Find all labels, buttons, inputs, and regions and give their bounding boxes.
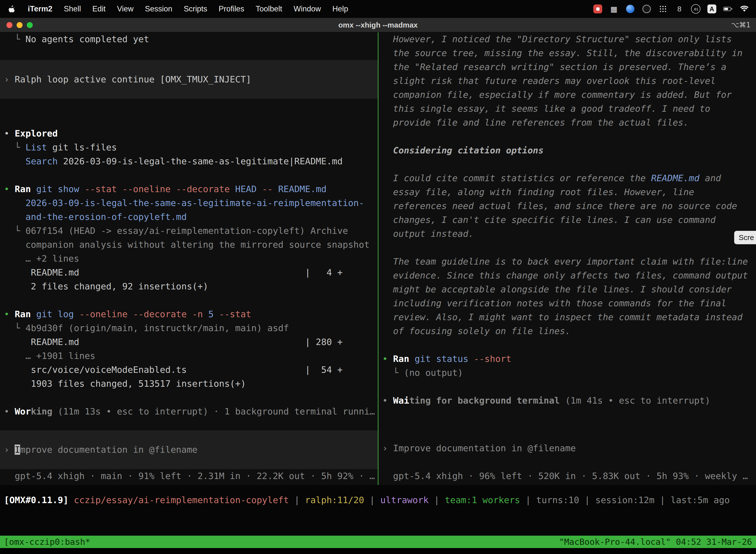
macos-menu-bar: iTerm2 ShellEditViewSessionScriptsProfil… (0, 0, 756, 18)
terminal-line: • Ran git log --oneline --decorate -n 5 … (0, 307, 378, 321)
omx-status-segment: ralph:11/20 (305, 495, 364, 505)
text-segment: HEAD (235, 184, 262, 194)
omx-status-segment: [OMX#0.11.9] (4, 495, 74, 505)
menu-item-edit[interactable]: Edit (92, 4, 106, 13)
omx-status-segment: team:1 workers (445, 495, 520, 505)
text-segment: 067f154 (HEAD -> essay/ai-reimplementati… (25, 226, 348, 236)
menu-item-toolbelt[interactable]: Toolbelt (256, 4, 282, 13)
text-segment: › (4, 74, 15, 85)
terminal-line (0, 293, 378, 307)
text-segment: └ (382, 368, 404, 378)
terminal-line: review. Also, I might want to inspect th… (378, 310, 756, 324)
text-segment: provide file and line references from th… (382, 117, 689, 127)
left-pane[interactable]: └ No agents completed yet › Ralph loop a… (0, 32, 378, 485)
text-segment: --oneline --decorate (79, 309, 192, 319)
bottom-filler (0, 515, 756, 536)
terminal-line: output instead. (378, 227, 756, 241)
terminal-line: • Ran git status --short (378, 352, 756, 366)
text-segment: git log (36, 309, 79, 319)
tmux-session-label: [omx-cczip0:bash* (4, 537, 90, 547)
text-segment: gpt-5.4 xhigh · main · 91% left · 2.31M … (4, 471, 375, 481)
screen-recording-indicator-icon[interactable] (593, 4, 602, 13)
disc-glyph (642, 5, 651, 13)
menu-item-help[interactable]: Help (332, 4, 348, 13)
model-status-line: gpt-5.4 xhigh · 96% left · 520K in · 5.8… (378, 469, 756, 483)
omx-status-segment: | (654, 495, 671, 505)
menu-items: ShellEditViewSessionScriptsProfilesToolb… (64, 4, 348, 13)
window-controls (0, 22, 33, 28)
minimize-window-button[interactable] (17, 22, 22, 28)
zoom-window-button[interactable] (27, 22, 33, 28)
wifi-icon[interactable] (740, 4, 749, 14)
text-segment: git ls-files (47, 142, 117, 152)
tmux-host-clock: "MacBook-Pro-44.local" 04:52 31-Mar-26 (559, 537, 752, 547)
text-segment: README.md (278, 184, 326, 194)
terminal-line (0, 113, 378, 126)
dots-grid-icon[interactable] (658, 4, 668, 14)
terminal-line (0, 391, 378, 404)
text-segment: companion file, especially if more comme… (382, 90, 732, 100)
menu-item-profiles[interactable]: Profiles (218, 4, 244, 13)
text-segment: references need actual files, and since … (382, 201, 737, 211)
browser-app-icon[interactable] (626, 4, 635, 14)
battery-percent-badge[interactable]: .61 (691, 4, 700, 14)
right-pane[interactable]: However, I noticed the "Directory Struct… (378, 32, 756, 485)
terminal-line (378, 129, 756, 144)
terminal-line: 2 files changed, 92 insertions(+) (0, 279, 378, 293)
terminal-line: might be acceptable alongside the file l… (378, 282, 756, 296)
text-segment: (11m 13s • esc to interrupt) · 1 backgro… (58, 406, 375, 417)
input-source-icon[interactable]: A (707, 4, 716, 13)
text-segment: • (382, 395, 393, 405)
grid-app-icon[interactable]: ▦ (609, 4, 619, 14)
text-segment: king (31, 406, 58, 417)
menu-item-view[interactable]: View (117, 4, 134, 13)
omx-status-segment: | (289, 495, 305, 505)
terminal-line: and-the-erosion-of-copyleft.md (0, 210, 378, 224)
terminal-line (0, 168, 378, 182)
omx-status-segment: ultrawork (380, 495, 429, 505)
text-segment (4, 156, 25, 166)
text-segment: Considering citation options (382, 145, 544, 155)
terminal-line: evidence. Since this change only affects… (378, 269, 756, 282)
menu-item-session[interactable]: Session (145, 4, 172, 13)
text-segment: 2 files changed, 92 insertions(+) (4, 281, 208, 291)
prompt-input[interactable]: › Improve documentation in @filename (0, 430, 378, 469)
text-segment: • (4, 309, 15, 319)
text-segment: evidence. Since this change only affects… (382, 270, 748, 280)
omx-status-segment: | (520, 495, 536, 505)
close-window-button[interactable] (6, 22, 12, 28)
terminal-line (0, 46, 378, 60)
terminal-line: Search 2026-03-09-is-legal-the-same-as-l… (0, 154, 378, 168)
text-segment: └ (4, 142, 25, 152)
window-shortcut-badge: ⌥⌘1 (731, 21, 756, 29)
text-segment: output instead. (382, 229, 474, 239)
terminal-line: README.md | 280 + (0, 335, 378, 349)
menu-item-window[interactable]: Window (294, 4, 321, 13)
text-segment: git show (36, 184, 84, 194)
text-segment: └ (4, 34, 25, 44)
disc-app-icon[interactable] (642, 4, 651, 14)
prompt-input[interactable]: › Improve documentation in @filename (378, 441, 756, 455)
text-segment: List (25, 142, 47, 152)
terminal-line: references need actual files, and since … (378, 199, 756, 213)
text-segment: this single essay, it seems like a good … (382, 104, 710, 114)
text-segment: Ran (15, 184, 36, 194)
text-segment: and (699, 173, 721, 183)
menu-item-shell[interactable]: Shell (64, 4, 81, 13)
text-segment: › (4, 445, 15, 455)
terminal-line: the "Related research writing" section i… (378, 60, 756, 74)
text-segment: Ralph loop active continue [OMX_TMUX_INJ… (15, 74, 251, 85)
terminal-line: including verification notes with those … (378, 296, 756, 310)
keychain-icon[interactable]: 8 (675, 4, 684, 14)
terminal-line: • Ran git show --stat --oneline --decora… (0, 182, 378, 196)
battery-icon[interactable] (723, 4, 733, 14)
text-segment: I (15, 445, 20, 455)
screen-edge-tab[interactable]: Scre (734, 231, 756, 244)
menu-item-scripts[interactable]: Scripts (184, 4, 207, 13)
menu-app-name[interactable]: iTerm2 (28, 4, 52, 13)
terminal-line: However, I noticed the "Directory Struct… (378, 32, 756, 46)
apple-menu-icon[interactable] (7, 4, 16, 14)
text-segment: ting for background terminal (409, 395, 565, 405)
terminal-line: I could cite commit statistics or refere… (378, 171, 756, 185)
text-segment: (1m 41s • esc to interrupt) (565, 395, 710, 405)
